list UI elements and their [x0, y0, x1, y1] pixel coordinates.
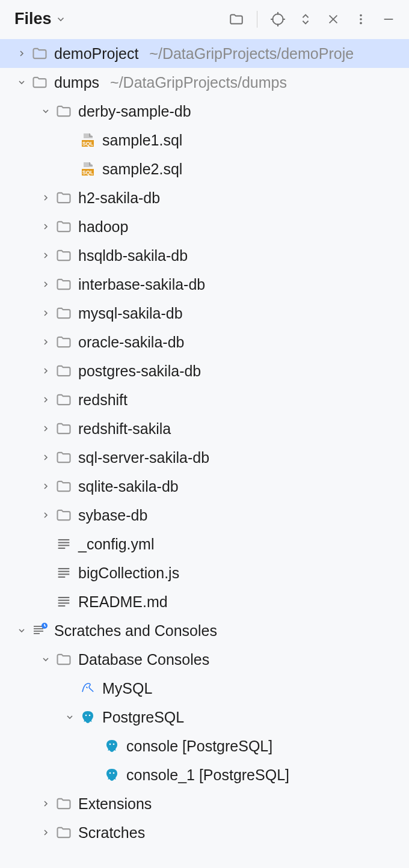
- tree-row[interactable]: dumps~/DataGripProjects/dumps: [0, 68, 409, 97]
- folder-icon: [55, 334, 72, 350]
- chevron-right-icon[interactable]: [38, 277, 53, 292]
- tree-node-label: sample1.sql: [102, 132, 182, 149]
- crosshair-icon: [270, 11, 286, 27]
- tree-row[interactable]: Scratches: [0, 818, 409, 847]
- tree-row[interactable]: Database Consoles: [0, 645, 409, 674]
- toolbar-separator: [257, 11, 257, 28]
- header-toolbar: [228, 11, 397, 28]
- tree-row[interactable]: hsqldb-sakila-db: [0, 241, 409, 270]
- tree-row[interactable]: MySQL: [0, 674, 409, 703]
- svg-point-33: [89, 715, 91, 717]
- chevron-right-icon[interactable]: [38, 219, 53, 234]
- postgres-icon: [79, 709, 96, 726]
- chevron-right-icon[interactable]: [38, 248, 53, 263]
- more-button[interactable]: [352, 11, 369, 28]
- sql-icon: SQL: [79, 132, 96, 148]
- tree-row[interactable]: sybase-db: [0, 501, 409, 530]
- folder-icon: [229, 11, 244, 27]
- tree-row[interactable]: sql-server-sakila-db: [0, 443, 409, 472]
- tree-node-label: interbase-sakila-db: [78, 276, 205, 293]
- folder-icon: [55, 824, 72, 841]
- tree-node-label: h2-sakila-db: [78, 189, 160, 207]
- tree-node-label: redshift: [78, 391, 128, 409]
- minimize-button[interactable]: [380, 11, 397, 28]
- chevron-down-icon[interactable]: [38, 104, 53, 118]
- tree-node-label: hadoop: [78, 218, 128, 236]
- chevron-down-icon[interactable]: [38, 652, 53, 667]
- chevron-right-icon[interactable]: [38, 306, 53, 320]
- tree-row[interactable]: interbase-sakila-db: [0, 270, 409, 299]
- tree-node-label: derby-sample-db: [78, 103, 191, 120]
- tree-row[interactable]: demoProject~/DataGripProjects/demoProje: [0, 39, 409, 68]
- tree-row[interactable]: bigCollection.js: [0, 558, 409, 587]
- panel-title: Files: [14, 10, 52, 28]
- close-icon: [327, 13, 340, 26]
- chevron-down-icon[interactable]: [14, 75, 29, 90]
- open-folder-button[interactable]: [228, 11, 245, 28]
- folder-icon: [55, 218, 72, 235]
- svg-point-8: [360, 18, 362, 20]
- tree-row[interactable]: _config.yml: [0, 530, 409, 558]
- target-button[interactable]: [269, 11, 286, 28]
- chevron-down-icon: [55, 14, 66, 25]
- folder-icon: [55, 449, 72, 466]
- tree-node-label: dumps: [54, 74, 99, 91]
- file-tree[interactable]: demoProject~/DataGripProjects/demoProjed…: [0, 35, 409, 868]
- svg-point-37: [113, 772, 115, 774]
- tree-node-label: bigCollection.js: [78, 564, 179, 582]
- chevron-right-icon[interactable]: [14, 46, 29, 61]
- tree-row[interactable]: Extensions: [0, 789, 409, 818]
- tree-row[interactable]: Scratches and Consoles: [0, 616, 409, 645]
- chevron-right-icon[interactable]: [38, 393, 53, 407]
- tree-row[interactable]: derby-sample-db: [0, 97, 409, 126]
- tree-row[interactable]: redshift-sakila: [0, 414, 409, 443]
- expand-collapse-button[interactable]: [297, 11, 314, 28]
- folder-icon: [55, 651, 72, 668]
- tree-row[interactable]: SQLsample2.sql: [0, 154, 409, 183]
- file-icon: [55, 593, 72, 610]
- svg-point-7: [360, 14, 362, 16]
- tree-row[interactable]: hadoop: [0, 212, 409, 241]
- tree-node-label: mysql-sakila-db: [78, 305, 183, 322]
- chevron-right-icon[interactable]: [38, 796, 53, 811]
- tree-node-label: README.md: [78, 593, 168, 611]
- chevron-down-icon[interactable]: [63, 710, 77, 724]
- tree-row[interactable]: sqlite-sakila-db: [0, 472, 409, 501]
- chevron-right-icon[interactable]: [38, 421, 53, 436]
- chevron-right-icon[interactable]: [38, 450, 53, 465]
- file-icon: [55, 536, 72, 552]
- tree-row[interactable]: oracle-sakila-db: [0, 328, 409, 356]
- chevron-right-icon[interactable]: [38, 364, 53, 378]
- chevron-right-icon[interactable]: [38, 335, 53, 349]
- chevron-right-icon[interactable]: [38, 479, 53, 494]
- tree-row[interactable]: h2-sakila-db: [0, 183, 409, 212]
- tree-node-label: redshift-sakila: [78, 420, 171, 438]
- tree-row[interactable]: redshift: [0, 385, 409, 414]
- tree-row[interactable]: console_1 [PostgreSQL]: [0, 760, 409, 789]
- folder-icon: [31, 74, 48, 91]
- svg-point-36: [109, 772, 111, 774]
- tree-row[interactable]: mysql-sakila-db: [0, 299, 409, 328]
- tree-row[interactable]: console [PostgreSQL]: [0, 732, 409, 760]
- tree-row[interactable]: postgres-sakila-db: [0, 356, 409, 385]
- tree-node-label: Scratches: [78, 824, 145, 842]
- postgres-icon: [103, 738, 120, 754]
- tree-row[interactable]: PostgreSQL: [0, 703, 409, 732]
- panel-title-dropdown[interactable]: Files: [14, 10, 66, 28]
- chevron-down-icon[interactable]: [14, 623, 29, 638]
- folder-icon: [55, 795, 72, 812]
- tree-node-label: MySQL: [102, 680, 152, 697]
- tree-node-label: sqlite-sakila-db: [78, 478, 179, 495]
- close-button[interactable]: [325, 11, 342, 28]
- chevron-right-icon[interactable]: [38, 508, 53, 522]
- chevron-right-icon[interactable]: [38, 825, 53, 840]
- svg-point-0: [272, 14, 283, 24]
- folder-icon: [55, 103, 72, 120]
- minimize-icon: [381, 13, 396, 26]
- folder-icon: [31, 45, 48, 62]
- folder-icon: [55, 391, 72, 408]
- tree-row[interactable]: README.md: [0, 587, 409, 616]
- sql-icon: SQL: [79, 160, 96, 177]
- tree-row[interactable]: SQLsample1.sql: [0, 126, 409, 154]
- chevron-right-icon[interactable]: [38, 191, 53, 205]
